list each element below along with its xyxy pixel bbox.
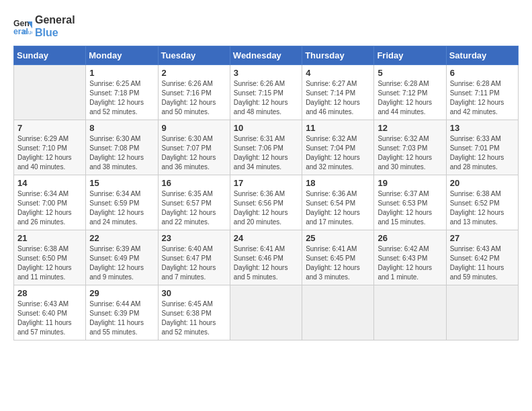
- day-info: Sunrise: 6:44 AMSunset: 6:39 PMDaylight:…: [89, 300, 154, 337]
- day-info: Sunrise: 6:36 AMSunset: 6:54 PMDaylight:…: [306, 189, 370, 227]
- day-number: 18: [306, 178, 370, 188]
- day-number: 13: [450, 123, 515, 133]
- day-number: 28: [17, 288, 82, 298]
- day-info: Sunrise: 6:43 AMSunset: 6:40 PMDaylight:…: [17, 300, 82, 337]
- page-header: Gen eral Blue General Blue: [13, 13, 519, 39]
- day-info: Sunrise: 6:30 AMSunset: 7:07 PMDaylight:…: [162, 134, 226, 172]
- day-number: 12: [378, 123, 442, 133]
- day-info: Sunrise: 6:32 AMSunset: 7:03 PMDaylight:…: [378, 134, 442, 172]
- calendar-cell: 27Sunrise: 6:43 AMSunset: 6:42 PMDayligh…: [446, 230, 518, 285]
- calendar-cell: 23Sunrise: 6:40 AMSunset: 6:47 PMDayligh…: [158, 230, 230, 285]
- day-info: Sunrise: 6:32 AMSunset: 7:04 PMDaylight:…: [306, 134, 370, 172]
- calendar-cell: 22Sunrise: 6:39 AMSunset: 6:49 PMDayligh…: [86, 230, 158, 285]
- calendar-cell: 10Sunrise: 6:31 AMSunset: 7:06 PMDayligh…: [230, 120, 302, 175]
- day-info: Sunrise: 6:40 AMSunset: 6:47 PMDaylight:…: [162, 244, 226, 282]
- day-info: Sunrise: 6:34 AMSunset: 7:00 PMDaylight:…: [17, 189, 82, 227]
- day-number: 2: [162, 68, 226, 78]
- calendar-cell: 2Sunrise: 6:26 AMSunset: 7:16 PMDaylight…: [158, 65, 230, 120]
- day-info: Sunrise: 6:38 AMSunset: 6:50 PMDaylight:…: [17, 244, 82, 282]
- day-number: 17: [234, 178, 298, 188]
- day-number: 30: [162, 288, 226, 298]
- day-info: Sunrise: 6:34 AMSunset: 6:59 PMDaylight:…: [89, 189, 154, 227]
- day-info: Sunrise: 6:42 AMSunset: 6:43 PMDaylight:…: [378, 244, 442, 282]
- day-number: 29: [89, 288, 154, 298]
- calendar-cell: 6Sunrise: 6:28 AMSunset: 7:11 PMDaylight…: [446, 65, 518, 120]
- calendar-cell: [14, 65, 86, 120]
- calendar-cell: 26Sunrise: 6:42 AMSunset: 6:43 PMDayligh…: [374, 230, 446, 285]
- calendar-week-5: 28Sunrise: 6:43 AMSunset: 6:40 PMDayligh…: [14, 285, 519, 340]
- day-info: Sunrise: 6:36 AMSunset: 6:56 PMDaylight:…: [234, 189, 298, 227]
- day-number: 11: [306, 123, 370, 133]
- calendar-cell: 16Sunrise: 6:35 AMSunset: 6:57 PMDayligh…: [158, 175, 230, 230]
- day-number: 14: [17, 178, 82, 188]
- day-number: 8: [89, 123, 154, 133]
- day-info: Sunrise: 6:28 AMSunset: 7:12 PMDaylight:…: [378, 79, 442, 117]
- weekday-header-wednesday: Wednesday: [230, 46, 302, 65]
- calendar-cell: 25Sunrise: 6:41 AMSunset: 6:45 PMDayligh…: [302, 230, 374, 285]
- calendar-cell: 17Sunrise: 6:36 AMSunset: 6:56 PMDayligh…: [230, 175, 302, 230]
- day-number: 7: [17, 123, 82, 133]
- day-info: Sunrise: 6:41 AMSunset: 6:45 PMDaylight:…: [306, 244, 370, 282]
- weekday-header-sunday: Sunday: [14, 46, 86, 65]
- calendar-cell: 5Sunrise: 6:28 AMSunset: 7:12 PMDaylight…: [374, 65, 446, 120]
- day-number: 21: [17, 233, 82, 243]
- day-info: Sunrise: 6:43 AMSunset: 6:42 PMDaylight:…: [450, 244, 515, 282]
- day-number: 10: [234, 123, 298, 133]
- day-info: Sunrise: 6:29 AMSunset: 7:10 PMDaylight:…: [17, 134, 82, 172]
- day-number: 5: [378, 68, 442, 78]
- calendar-cell: 24Sunrise: 6:41 AMSunset: 6:46 PMDayligh…: [230, 230, 302, 285]
- day-number: 1: [89, 68, 154, 78]
- calendar-header-row: SundayMondayTuesdayWednesdayThursdayFrid…: [14, 46, 519, 65]
- calendar-cell: 18Sunrise: 6:36 AMSunset: 6:54 PMDayligh…: [302, 175, 374, 230]
- day-number: 16: [162, 178, 226, 188]
- calendar-cell: [374, 285, 446, 340]
- day-info: Sunrise: 6:30 AMSunset: 7:08 PMDaylight:…: [89, 134, 154, 172]
- day-number: 26: [378, 233, 442, 243]
- calendar-cell: 11Sunrise: 6:32 AMSunset: 7:04 PMDayligh…: [302, 120, 374, 175]
- calendar-week-1: 1Sunrise: 6:25 AMSunset: 7:18 PMDaylight…: [14, 65, 519, 120]
- day-info: Sunrise: 6:31 AMSunset: 7:06 PMDaylight:…: [234, 134, 298, 172]
- weekday-header-tuesday: Tuesday: [158, 46, 230, 65]
- day-info: Sunrise: 6:38 AMSunset: 6:52 PMDaylight:…: [450, 189, 515, 227]
- day-info: Sunrise: 6:41 AMSunset: 6:46 PMDaylight:…: [234, 244, 298, 282]
- calendar-cell: 30Sunrise: 6:45 AMSunset: 6:38 PMDayligh…: [158, 285, 230, 340]
- calendar-cell: 19Sunrise: 6:37 AMSunset: 6:53 PMDayligh…: [374, 175, 446, 230]
- logo-icon: Gen eral Blue: [13, 17, 32, 36]
- day-info: Sunrise: 6:26 AMSunset: 7:15 PMDaylight:…: [234, 79, 298, 117]
- day-info: Sunrise: 6:45 AMSunset: 6:38 PMDaylight:…: [162, 300, 226, 337]
- calendar-cell: 3Sunrise: 6:26 AMSunset: 7:15 PMDaylight…: [230, 65, 302, 120]
- calendar-cell: 28Sunrise: 6:43 AMSunset: 6:40 PMDayligh…: [14, 285, 86, 340]
- weekday-header-thursday: Thursday: [302, 46, 374, 65]
- logo-general: General: [35, 13, 75, 26]
- calendar-cell: 1Sunrise: 6:25 AMSunset: 7:18 PMDaylight…: [86, 65, 158, 120]
- day-info: Sunrise: 6:25 AMSunset: 7:18 PMDaylight:…: [89, 79, 154, 117]
- day-info: Sunrise: 6:37 AMSunset: 6:53 PMDaylight:…: [378, 189, 442, 227]
- calendar-cell: 20Sunrise: 6:38 AMSunset: 6:52 PMDayligh…: [446, 175, 518, 230]
- calendar-cell: 12Sunrise: 6:32 AMSunset: 7:03 PMDayligh…: [374, 120, 446, 175]
- weekday-header-friday: Friday: [374, 46, 446, 65]
- day-info: Sunrise: 6:35 AMSunset: 6:57 PMDaylight:…: [162, 189, 226, 227]
- day-number: 24: [234, 233, 298, 243]
- calendar-cell: 21Sunrise: 6:38 AMSunset: 6:50 PMDayligh…: [14, 230, 86, 285]
- day-info: Sunrise: 6:39 AMSunset: 6:49 PMDaylight:…: [89, 244, 154, 282]
- calendar-cell: 29Sunrise: 6:44 AMSunset: 6:39 PMDayligh…: [86, 285, 158, 340]
- day-number: 6: [450, 68, 515, 78]
- day-number: 20: [450, 178, 515, 188]
- logo: Gen eral Blue General Blue: [13, 13, 75, 39]
- day-number: 19: [378, 178, 442, 188]
- calendar-week-4: 21Sunrise: 6:38 AMSunset: 6:50 PMDayligh…: [14, 230, 519, 285]
- calendar-cell: [302, 285, 374, 340]
- day-number: 15: [89, 178, 154, 188]
- day-number: 9: [162, 123, 226, 133]
- day-info: Sunrise: 6:28 AMSunset: 7:11 PMDaylight:…: [450, 79, 515, 117]
- calendar-week-3: 14Sunrise: 6:34 AMSunset: 7:00 PMDayligh…: [14, 175, 519, 230]
- calendar-week-2: 7Sunrise: 6:29 AMSunset: 7:10 PMDaylight…: [14, 120, 519, 175]
- day-info: Sunrise: 6:27 AMSunset: 7:14 PMDaylight:…: [306, 79, 370, 117]
- calendar-cell: 4Sunrise: 6:27 AMSunset: 7:14 PMDaylight…: [302, 65, 374, 120]
- calendar-table: SundayMondayTuesdayWednesdayThursdayFrid…: [13, 46, 519, 340]
- day-number: 3: [234, 68, 298, 78]
- calendar-cell: 7Sunrise: 6:29 AMSunset: 7:10 PMDaylight…: [14, 120, 86, 175]
- day-number: 22: [89, 233, 154, 243]
- day-number: 25: [306, 233, 370, 243]
- calendar-cell: 14Sunrise: 6:34 AMSunset: 7:00 PMDayligh…: [14, 175, 86, 230]
